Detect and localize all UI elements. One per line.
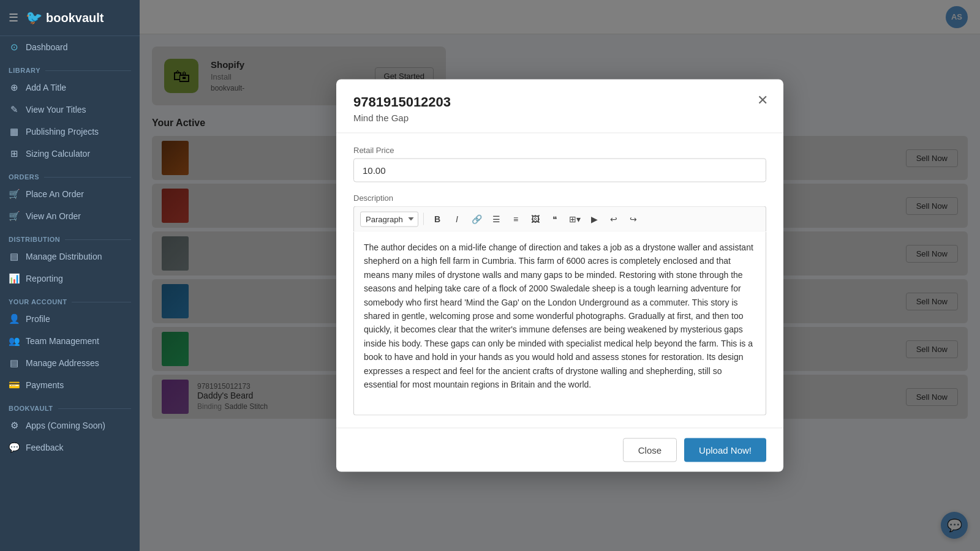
sidebar-item-place-order[interactable]: 🛒 Place An Order (0, 183, 140, 205)
reporting-icon: 📊 (9, 273, 20, 284)
manage-addresses-icon: ▤ (9, 358, 20, 369)
bold-button[interactable]: B (429, 211, 446, 228)
toolbar-separator (423, 213, 424, 225)
sidebar-item-label: Publishing Projects (26, 127, 99, 137)
bird-icon: 🐦 (26, 10, 42, 26)
bullet-list-button[interactable]: ☰ (488, 211, 505, 228)
main-content: AS 🛍 Shopify Install bookvault- Get Star… (140, 0, 980, 551)
view-titles-icon: ✎ (9, 104, 20, 115)
sidebar-item-label: Team Management (26, 336, 99, 346)
italic-button[interactable]: I (448, 211, 466, 228)
sidebar-item-add-title[interactable]: ⊕ Add A Title (0, 77, 140, 99)
sidebar-item-manage-addresses[interactable]: ▤ Manage Addresses (0, 352, 140, 374)
sidebar-item-apps[interactable]: ⚙ Apps (Coming Soon) (0, 414, 140, 437)
sidebar-item-label: Manage Addresses (26, 358, 99, 368)
manage-distribution-icon: ▤ (9, 251, 20, 262)
hamburger-icon[interactable]: ☰ (9, 11, 18, 24)
description-label: Description (353, 193, 766, 203)
retail-price-input[interactable] (353, 159, 766, 182)
sidebar-item-manage-distribution[interactable]: ▤ Manage Distribution (0, 246, 140, 268)
sidebar-item-reporting[interactable]: 📊 Reporting (0, 268, 140, 290)
sidebar-item-label: Place An Order (26, 189, 84, 199)
undo-button[interactable]: ↩ (605, 211, 622, 228)
sidebar-item-label: Apps (Coming Soon) (26, 421, 105, 430)
modal-close-button[interactable]: ✕ (753, 91, 772, 110)
editor-toolbar: Paragraph B I 🔗 ☰ ≡ 🖼 ❝ ⊞▾ ▶ ↩ ↪ (353, 206, 766, 232)
sizing-calculator-icon: ⊞ (9, 148, 20, 159)
retail-price-label: Retail Price (353, 146, 766, 155)
feedback-icon: 💬 (9, 442, 20, 453)
sidebar-item-feedback[interactable]: 💬 Feedback (0, 437, 140, 459)
upload-now-button[interactable]: Upload Now! (684, 438, 766, 462)
sidebar-item-label: Feedback (26, 443, 63, 452)
brand-logo: 🐦 bookvault (26, 10, 104, 26)
sidebar-item-label: View An Order (26, 211, 81, 221)
modal-dialog: 9781915012203 Mind the Gap ✕ Retail Pric… (336, 80, 783, 472)
sidebar-item-label: View Your Titles (26, 105, 86, 114)
sidebar-item-team-management[interactable]: 👥 Team Management (0, 330, 140, 352)
sidebar-item-label: Reporting (26, 274, 63, 283)
quote-button[interactable]: ❝ (546, 211, 564, 228)
sidebar-item-label: Profile (26, 314, 50, 324)
modal-isbn: 9781915012203 (353, 94, 766, 110)
dashboard-icon: ⊙ (9, 42, 20, 53)
editor-content[interactable]: The author decides on a mid-life change … (353, 232, 766, 416)
close-button[interactable]: Close (623, 438, 677, 462)
brand-name: bookvault (46, 11, 104, 25)
sidebar-item-view-order[interactable]: 🛒 View An Order (0, 205, 140, 227)
redo-button[interactable]: ↪ (625, 211, 642, 228)
sidebar-item-label: Add A Title (26, 83, 66, 92)
sidebar-item-publishing-projects[interactable]: ▦ Publishing Projects (0, 121, 140, 143)
video-button[interactable]: ▶ (586, 211, 603, 228)
sidebar-item-sizing-calculator[interactable]: ⊞ Sizing Calculator (0, 143, 140, 165)
team-management-icon: 👥 (9, 335, 20, 347)
publishing-projects-icon: ▦ (9, 126, 20, 137)
image-button[interactable]: 🖼 (527, 211, 544, 228)
link-button[interactable]: 🔗 (468, 211, 485, 228)
view-order-icon: 🛒 (9, 211, 20, 222)
sidebar-section-bookvault: Bookvault (0, 396, 140, 414)
ordered-list-button[interactable]: ≡ (507, 211, 524, 228)
sidebar-item-label: Manage Distribution (26, 252, 102, 261)
sidebar-item-label: Sizing Calculator (26, 149, 90, 159)
sidebar: ☰ 🐦 bookvault ⊙ Dashboard Library ⊕ Add … (0, 0, 140, 551)
apps-icon: ⚙ (9, 420, 20, 431)
sidebar-item-dashboard[interactable]: ⊙ Dashboard (0, 36, 140, 58)
sidebar-section-account: Your Account (0, 290, 140, 308)
modal-subtitle: Mind the Gap (353, 113, 766, 123)
modal-header: 9781915012203 Mind the Gap ✕ (336, 80, 783, 133)
sidebar-item-profile[interactable]: 👤 Profile (0, 308, 140, 330)
sidebar-section-library: Library (0, 58, 140, 77)
sidebar-section-orders: Orders (0, 165, 140, 183)
table-button[interactable]: ⊞▾ (566, 211, 583, 228)
add-title-icon: ⊕ (9, 82, 20, 93)
dashboard-label: Dashboard (26, 42, 68, 52)
place-order-icon: 🛒 (9, 189, 20, 200)
sidebar-section-distribution: Distribution (0, 227, 140, 246)
modal-body: Retail Price Description Paragraph B I 🔗… (336, 133, 783, 428)
sidebar-item-payments[interactable]: 💳 Payments (0, 374, 140, 396)
profile-icon: 👤 (9, 313, 20, 324)
sidebar-item-label: Payments (26, 380, 64, 390)
payments-icon: 💳 (9, 380, 20, 391)
modal-footer: Close Upload Now! (336, 428, 783, 472)
sidebar-header: ☰ 🐦 bookvault (0, 0, 140, 36)
sidebar-item-view-titles[interactable]: ✎ View Your Titles (0, 99, 140, 121)
paragraph-select[interactable]: Paragraph (360, 211, 418, 227)
